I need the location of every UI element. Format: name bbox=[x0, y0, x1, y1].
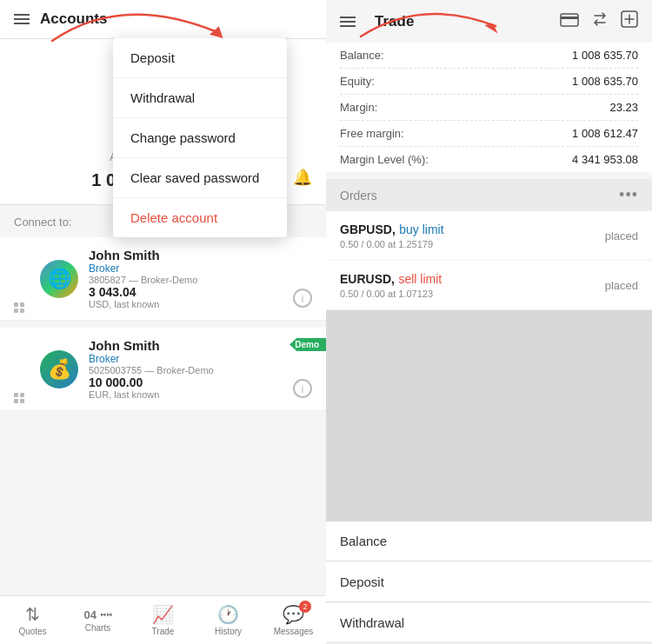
account-item-2[interactable]: Demo 💰 John Smith Broker 5025003755 — Br… bbox=[0, 328, 326, 411]
bottom-balance[interactable]: Balance bbox=[326, 521, 652, 561]
order1-status: placed bbox=[605, 229, 638, 242]
grid-icon-2 bbox=[14, 393, 24, 403]
dropdown-menu: Deposit Withdrawal Change password Clear… bbox=[113, 38, 287, 237]
dropdown-deposit[interactable]: Deposit bbox=[113, 38, 287, 78]
order1-type: buy limit bbox=[399, 222, 443, 236]
free-margin-value: 1 008 612.47 bbox=[572, 127, 638, 140]
nav-charts[interactable]: 04 ꟷꟷ Charts bbox=[65, 603, 130, 638]
equity-value: 1 008 635.70 bbox=[572, 75, 638, 88]
order2-type: sell limit bbox=[398, 272, 442, 286]
order2-pair: EURUSD, bbox=[340, 272, 395, 286]
trade-row-equity: Equity: 1 008 635.70 bbox=[340, 69, 638, 95]
account2-avatar: 💰 bbox=[40, 350, 78, 388]
nav-trade[interactable]: 📈 Trade bbox=[130, 599, 196, 641]
transfer-icon[interactable] bbox=[591, 10, 609, 32]
free-margin-label: Free margin: bbox=[340, 127, 404, 140]
order-item-2[interactable]: EURUSD, sell limit 0.50 / 0.00 at 1.0712… bbox=[326, 261, 652, 310]
margin-label: Margin: bbox=[340, 101, 377, 114]
order2-left: EURUSD, sell limit 0.50 / 0.00 at 1.0712… bbox=[340, 271, 442, 299]
messages-label: Messages bbox=[274, 627, 314, 636]
left-header: Accounts bbox=[0, 0, 326, 39]
grid-icon-1 bbox=[14, 302, 24, 313]
info-icon-1[interactable]: i bbox=[293, 289, 312, 308]
account1-info: John Smith Broker 3805827 — Broker-Demo … bbox=[89, 248, 312, 309]
nav-messages[interactable]: 💬 2 Messages bbox=[261, 599, 326, 641]
account2-currency: EUR, last known bbox=[89, 389, 312, 400]
svg-rect-3 bbox=[561, 17, 578, 19]
account1-id: 3805827 — Broker-Demo bbox=[89, 275, 312, 285]
account1-name: John Smith bbox=[89, 248, 312, 262]
account1-balance: 3 043.04 bbox=[89, 285, 312, 299]
orders-title: Orders bbox=[340, 189, 377, 202]
equity-label: Equity: bbox=[340, 75, 375, 88]
dropdown-change-password[interactable]: Change password bbox=[113, 118, 287, 158]
order1-left: GBPUSD, buy limit 0.50 / 0.00 at 1.25179 bbox=[340, 222, 444, 249]
right-header-left: Trade bbox=[340, 13, 414, 30]
hamburger-menu[interactable] bbox=[14, 14, 30, 24]
balance-value: 1 008 635.70 bbox=[572, 49, 638, 62]
right-header: Trade bbox=[326, 0, 652, 43]
dropdown-withdrawal[interactable]: Withdrawal bbox=[113, 78, 287, 118]
accounts-title: Accounts bbox=[40, 10, 107, 28]
balance-label: Balance: bbox=[340, 49, 384, 62]
order1-pair: GBPUSD, bbox=[340, 222, 396, 236]
trade-title: Trade bbox=[375, 13, 414, 30]
trade-row-free-margin: Free margin: 1 008 612.47 bbox=[340, 121, 638, 147]
orders-more-icon[interactable]: ••• bbox=[619, 186, 638, 204]
order1-detail: 0.50 / 0.00 at 1.25179 bbox=[340, 239, 444, 249]
account2-name: John Smith bbox=[89, 338, 312, 353]
history-label: History bbox=[215, 627, 242, 636]
order2-status: placed bbox=[605, 279, 638, 292]
account2-id: 5025003755 — Broker-Demo bbox=[89, 365, 312, 375]
messages-icon-wrapper: 💬 2 bbox=[283, 604, 304, 625]
margin-level-value: 4 341 953.08 bbox=[572, 153, 638, 166]
charts-label: Charts bbox=[85, 623, 110, 633]
svg-marker-1 bbox=[483, 21, 501, 34]
right-hamburger[interactable] bbox=[340, 17, 356, 27]
account2-balance: 10 000.00 bbox=[89, 375, 312, 389]
trade-label: Trade bbox=[152, 627, 175, 636]
order2-detail: 0.50 / 0.00 at 1.07123 bbox=[340, 289, 442, 299]
card-icon[interactable] bbox=[560, 11, 579, 31]
bottom-deposit[interactable]: Deposit bbox=[326, 562, 652, 602]
trade-row-margin-level: Margin Level (%): 4 341 953.08 bbox=[340, 147, 638, 172]
account1-broker: Broker bbox=[89, 262, 312, 275]
svg-rect-2 bbox=[561, 14, 578, 26]
add-icon[interactable] bbox=[621, 10, 638, 32]
account2-info: John Smith Broker 5025003755 — Broker-De… bbox=[89, 338, 312, 400]
messages-badge: 2 bbox=[299, 601, 311, 613]
info-icon-2[interactable]: i bbox=[293, 379, 312, 398]
dropdown-delete-account[interactable]: Delete account bbox=[113, 198, 287, 237]
orders-header: Orders ••• bbox=[326, 179, 652, 211]
trade-icon: 📈 bbox=[152, 604, 174, 625]
margin-level-label: Margin Level (%): bbox=[340, 153, 429, 166]
bottom-nav: ⇅ Quotes 04 ꟷꟷ Charts 📈 Trade 🕐 History … bbox=[0, 595, 326, 644]
order1-pair-line: GBPUSD, buy limit bbox=[340, 222, 444, 237]
nav-quotes[interactable]: ⇅ Quotes bbox=[0, 599, 65, 641]
demo-badge: Demo bbox=[289, 338, 326, 351]
nav-history[interactable]: 🕐 History bbox=[196, 599, 261, 641]
quotes-label: Quotes bbox=[18, 627, 46, 636]
order-item-1[interactable]: GBPUSD, buy limit 0.50 / 0.00 at 1.25179… bbox=[326, 211, 652, 261]
left-panel: Accounts 🌐 John Sm Broker 4481832 — Brok… bbox=[0, 0, 326, 644]
order2-pair-line: EURUSD, sell limit bbox=[340, 271, 442, 287]
account1-currency: USD, last known bbox=[89, 299, 312, 309]
quotes-icon: ⇅ bbox=[25, 604, 40, 625]
bell-icon[interactable]: 🔔 bbox=[293, 168, 312, 187]
margin-value: 23.23 bbox=[609, 101, 638, 114]
trade-row-margin: Margin: 23.23 bbox=[340, 95, 638, 121]
orders-section: Orders ••• GBPUSD, buy limit 0.50 / 0.00… bbox=[326, 179, 652, 310]
dropdown-clear-password[interactable]: Clear saved password bbox=[113, 158, 287, 198]
history-icon: 🕐 bbox=[217, 604, 239, 625]
charts-icon: 04 ꟷꟷ bbox=[83, 608, 111, 621]
trade-bottom-menu: Balance Deposit Withdrawal bbox=[326, 521, 652, 644]
right-panel: Trade bbox=[326, 0, 652, 644]
bottom-withdrawal[interactable]: Withdrawal bbox=[326, 603, 652, 643]
trade-info-table: Balance: 1 008 635.70 Equity: 1 008 635.… bbox=[326, 43, 652, 172]
account-item-1[interactable]: 🌐 John Smith Broker 3805827 — Broker-Dem… bbox=[0, 237, 326, 321]
account2-broker: Broker bbox=[89, 353, 312, 365]
trade-row-balance: Balance: 1 008 635.70 bbox=[340, 43, 638, 69]
account1-avatar: 🌐 bbox=[40, 260, 78, 298]
right-header-icons bbox=[560, 10, 638, 32]
